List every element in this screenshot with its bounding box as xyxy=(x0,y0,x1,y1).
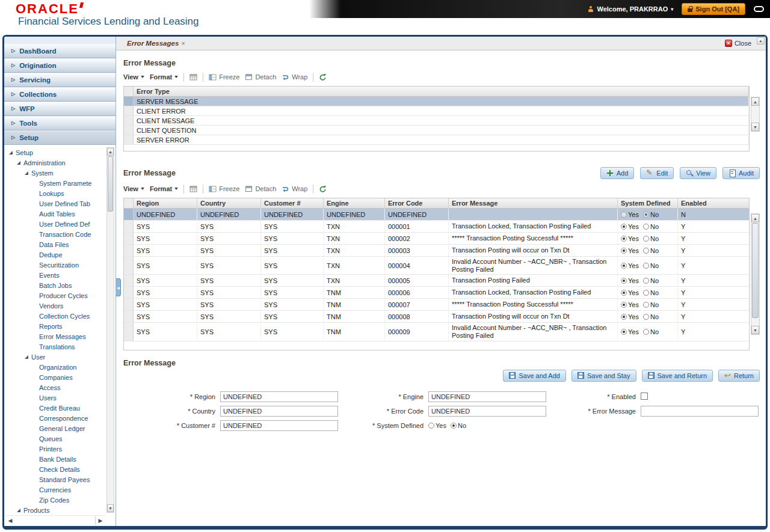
error-type-row[interactable]: SERVER MESSAGE xyxy=(124,97,749,106)
tree-row[interactable]: General Ledger xyxy=(4,423,106,433)
tree-row[interactable]: Access xyxy=(4,382,106,393)
scroll-up-icon[interactable]: ▲ xyxy=(757,37,765,44)
column-header-system-defined[interactable]: System Defined xyxy=(618,198,678,208)
radio-no-icon[interactable] xyxy=(643,329,649,335)
tree-row[interactable]: Transaction Code xyxy=(4,229,106,239)
tree-row[interactable]: Queues xyxy=(4,433,106,444)
view-menu[interactable]: View xyxy=(123,185,144,192)
error-message-row[interactable]: SYS SYS SYS TXN 000004 Invalid Account N… xyxy=(124,257,749,275)
scroll-up-icon[interactable]: ▲ xyxy=(107,148,114,156)
tree-row[interactable]: Error Messages xyxy=(4,331,106,341)
column-header-region[interactable]: Region xyxy=(134,198,197,208)
radio-no-icon[interactable] xyxy=(643,290,649,296)
error-code-field[interactable] xyxy=(428,406,546,417)
tab-error-messages[interactable]: Error Messages × xyxy=(125,38,188,48)
tree-row[interactable]: Reports xyxy=(4,321,106,331)
region-field[interactable] xyxy=(220,391,338,402)
column-header-error-type[interactable]: Error Type xyxy=(134,87,749,96)
error-message-row[interactable]: UNDEFINED UNDEFINED UNDEFINED UNDEFINED … xyxy=(124,209,749,221)
scroll-right-icon[interactable]: ▶ xyxy=(96,516,105,525)
form-system-defined-no-icon[interactable] xyxy=(451,423,457,429)
error-message-row[interactable]: SYS SYS SYS TNM 000009 Invalid Account N… xyxy=(124,323,749,341)
detach-button[interactable]: Detach xyxy=(245,185,276,193)
sidebar-nav-item[interactable]: ▷ WFP xyxy=(4,102,116,116)
action-button[interactable]: Audit xyxy=(722,167,760,179)
sidebar-nav-item[interactable]: ▷ DashBoard xyxy=(4,44,116,58)
column-header-country[interactable]: Country xyxy=(197,198,261,208)
tree-row[interactable]: System xyxy=(4,168,106,178)
tree-row[interactable]: Dedupe xyxy=(4,249,106,260)
action-button[interactable]: Edit xyxy=(640,167,674,179)
tree-row[interactable]: Standard Payees xyxy=(4,474,106,485)
error-message-row[interactable]: SYS SYS SYS TXN 000005 Transaction Posti… xyxy=(124,275,749,287)
customer-field[interactable] xyxy=(220,420,338,431)
error-type-row[interactable]: SERVER ERROR xyxy=(124,135,749,145)
tree-row[interactable]: Audit Tables xyxy=(4,209,106,219)
scrollbar-thumb[interactable] xyxy=(108,156,113,212)
error-message-row[interactable]: SYS SYS SYS TXN 000001 Transaction Locke… xyxy=(124,221,749,233)
close-button[interactable]: × Close xyxy=(725,40,751,47)
tree-row[interactable]: Zip Codes xyxy=(4,495,106,505)
scroll-down-icon[interactable]: ▼ xyxy=(751,326,759,334)
country-field[interactable] xyxy=(220,406,338,417)
view-menu[interactable]: View xyxy=(123,73,144,81)
export-to-excel-button[interactable] xyxy=(189,73,197,81)
sidebar-nav-item[interactable]: ▷ Origination xyxy=(4,58,116,73)
tree-row[interactable]: Events xyxy=(4,270,106,280)
radio-no-icon[interactable] xyxy=(643,248,649,254)
freeze-button[interactable]: Freeze xyxy=(209,185,239,193)
action-button[interactable]: Add xyxy=(600,167,635,179)
tree-row[interactable]: Companies xyxy=(4,372,106,382)
error-message-field[interactable] xyxy=(641,406,759,417)
scroll-left-icon[interactable]: ◀ xyxy=(5,516,15,525)
tree-horizontal-scrollbar[interactable]: ◀ ▶ xyxy=(5,515,105,525)
tree-row[interactable]: Data Files xyxy=(4,239,106,249)
radio-no-icon[interactable] xyxy=(643,263,649,269)
error-type-row[interactable]: CLIENT ERROR xyxy=(124,106,749,116)
radio-yes-icon[interactable] xyxy=(621,224,627,230)
tree-row[interactable]: User Defined Def xyxy=(4,219,106,229)
format-menu[interactable]: Format xyxy=(150,73,178,81)
error-type-scrollbar[interactable]: ▲ ▼ xyxy=(751,97,760,132)
tree-row[interactable]: Securitization xyxy=(4,260,106,270)
tree-row[interactable]: User xyxy=(4,352,106,362)
wrap-button[interactable]: Wrap xyxy=(282,185,307,193)
column-header-error-code[interactable]: Error Code xyxy=(385,198,449,208)
tree-row[interactable]: Currencies xyxy=(4,485,106,495)
sidebar-nav-item[interactable]: ▷ Tools xyxy=(4,116,116,130)
radio-no-icon[interactable] xyxy=(643,224,649,230)
radio-no-icon[interactable] xyxy=(643,236,649,242)
detach-button[interactable]: Detach xyxy=(245,73,276,81)
tree-row[interactable]: Producer Cycles xyxy=(4,290,106,301)
wrap-button[interactable]: Wrap xyxy=(282,73,307,81)
tab-close-icon[interactable]: × xyxy=(181,40,185,47)
radio-yes-icon[interactable] xyxy=(621,212,627,218)
engine-field[interactable] xyxy=(428,391,546,402)
error-type-row[interactable]: CLIENT QUESTION xyxy=(124,126,749,135)
action-button[interactable]: View xyxy=(680,167,716,179)
tree-row[interactable]: Products xyxy=(4,505,106,515)
radio-yes-icon[interactable] xyxy=(621,248,627,254)
radio-yes-icon[interactable] xyxy=(621,263,627,269)
scroll-up-icon[interactable]: ▲ xyxy=(751,214,759,222)
radio-yes-icon[interactable] xyxy=(621,314,627,320)
column-header-error-message[interactable]: Error Message xyxy=(449,198,618,208)
error-message-row[interactable]: SYS SYS SYS TNM 000007 ***** Transaction… xyxy=(124,299,749,311)
column-header-customer[interactable]: Customer # xyxy=(261,198,324,208)
sidebar-nav-item[interactable]: ▷ Collections xyxy=(4,87,116,102)
refresh-button[interactable] xyxy=(319,73,327,81)
tree-row[interactable]: User Defined Tab xyxy=(4,198,106,209)
radio-yes-icon[interactable] xyxy=(621,236,627,242)
error-message-row[interactable]: SYS SYS SYS TXN 000002 ***** Transaction… xyxy=(124,233,749,245)
save-button[interactable]: Save and Stay xyxy=(571,370,636,382)
return-button[interactable]: ↩ Return xyxy=(718,370,760,382)
column-header-engine[interactable]: Engine xyxy=(324,198,385,208)
freeze-button[interactable]: Freeze xyxy=(209,73,239,81)
tree-row[interactable]: System Paramete xyxy=(4,178,106,188)
scrollbar-thumb[interactable] xyxy=(752,223,759,318)
tree-row[interactable]: Administration xyxy=(4,157,106,168)
radio-no-icon[interactable] xyxy=(643,278,649,284)
radio-no-icon[interactable] xyxy=(643,302,649,308)
error-message-scrollbar[interactable]: ▲ ▼ xyxy=(751,213,760,335)
user-menu[interactable]: Welcome, PRAKRRAO ▾ xyxy=(588,5,674,13)
